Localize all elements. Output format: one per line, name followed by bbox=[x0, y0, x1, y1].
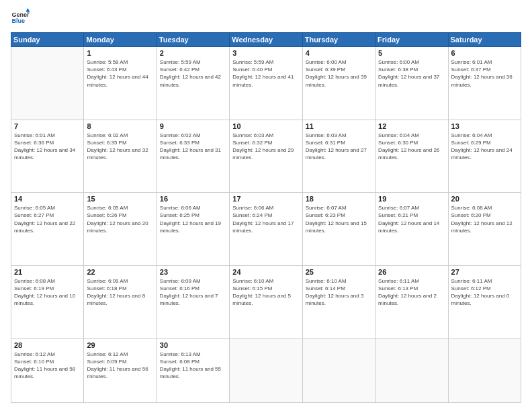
day-number: 9 bbox=[160, 122, 226, 130]
day-info: Sunrise: 6:05 AMSunset: 6:26 PMDaylight:… bbox=[87, 204, 153, 234]
day-info: Sunrise: 6:08 AMSunset: 6:19 PMDaylight:… bbox=[14, 277, 81, 308]
calendar-cell bbox=[11, 47, 84, 120]
day-info: Sunrise: 6:01 AMSunset: 6:36 PMDaylight:… bbox=[14, 132, 81, 162]
day-number: 18 bbox=[306, 195, 372, 203]
day-info: Sunrise: 6:09 AMSunset: 6:18 PMDaylight:… bbox=[87, 277, 153, 308]
day-info: Sunrise: 6:04 AMSunset: 6:29 PMDaylight:… bbox=[451, 132, 518, 162]
calendar-cell: 6Sunrise: 6:01 AMSunset: 6:37 PMDaylight… bbox=[448, 47, 521, 120]
day-number: 10 bbox=[232, 122, 299, 130]
weekday-header-thursday: Thursday bbox=[302, 33, 375, 47]
day-info: Sunrise: 6:09 AMSunset: 6:16 PMDaylight:… bbox=[160, 277, 226, 308]
calendar-cell: 23Sunrise: 6:09 AMSunset: 6:16 PMDayligh… bbox=[157, 265, 229, 338]
day-info: Sunrise: 6:00 AMSunset: 6:39 PMDaylight:… bbox=[306, 58, 372, 89]
day-info: Sunrise: 6:11 AMSunset: 6:12 PMDaylight:… bbox=[451, 277, 518, 308]
calendar-cell: 20Sunrise: 6:08 AMSunset: 6:20 PMDayligh… bbox=[448, 193, 521, 266]
day-number: 23 bbox=[160, 268, 226, 276]
day-info: Sunrise: 6:07 AMSunset: 6:23 PMDaylight:… bbox=[306, 204, 372, 234]
day-number: 30 bbox=[160, 341, 226, 349]
calendar-cell: 30Sunrise: 6:13 AMSunset: 6:08 PMDayligh… bbox=[157, 338, 229, 402]
calendar-cell: 2Sunrise: 5:59 AMSunset: 6:42 PMDaylight… bbox=[157, 47, 229, 120]
calendar-cell: 21Sunrise: 6:08 AMSunset: 6:19 PMDayligh… bbox=[11, 265, 84, 338]
calendar-cell: 14Sunrise: 6:05 AMSunset: 6:27 PMDayligh… bbox=[11, 193, 84, 266]
day-number: 27 bbox=[451, 268, 518, 276]
day-number: 24 bbox=[232, 268, 299, 276]
calendar-cell: 27Sunrise: 6:11 AMSunset: 6:12 PMDayligh… bbox=[448, 265, 521, 338]
calendar-table: SundayMondayTuesdayWednesdayThursdayFrid… bbox=[11, 32, 521, 403]
weekday-header-tuesday: Tuesday bbox=[157, 33, 229, 47]
day-number: 17 bbox=[232, 195, 299, 203]
weekday-header-sunday: Sunday bbox=[11, 33, 84, 47]
calendar-cell bbox=[375, 338, 448, 402]
calendar-cell: 3Sunrise: 5:59 AMSunset: 6:40 PMDaylight… bbox=[230, 47, 302, 120]
calendar-cell: 11Sunrise: 6:03 AMSunset: 6:31 PMDayligh… bbox=[302, 120, 375, 193]
day-info: Sunrise: 6:10 AMSunset: 6:14 PMDaylight:… bbox=[306, 277, 372, 308]
weekday-header-monday: Monday bbox=[84, 33, 157, 47]
day-info: Sunrise: 6:06 AMSunset: 6:25 PMDaylight:… bbox=[160, 204, 226, 234]
weekday-header-wednesday: Wednesday bbox=[230, 33, 302, 47]
calendar-cell: 18Sunrise: 6:07 AMSunset: 6:23 PMDayligh… bbox=[302, 193, 375, 266]
calendar-cell: 29Sunrise: 6:12 AMSunset: 6:09 PMDayligh… bbox=[84, 338, 157, 402]
day-number: 19 bbox=[378, 195, 445, 203]
day-info: Sunrise: 6:10 AMSunset: 6:15 PMDaylight:… bbox=[232, 277, 299, 308]
day-number: 28 bbox=[14, 341, 81, 349]
day-number: 26 bbox=[378, 268, 445, 276]
day-number: 21 bbox=[14, 268, 81, 276]
day-number: 6 bbox=[451, 49, 518, 57]
day-number: 8 bbox=[87, 122, 153, 130]
day-info: Sunrise: 6:06 AMSunset: 6:24 PMDaylight:… bbox=[232, 204, 299, 234]
calendar-cell: 5Sunrise: 6:00 AMSunset: 6:38 PMDaylight… bbox=[375, 47, 448, 120]
day-info: Sunrise: 6:11 AMSunset: 6:13 PMDaylight:… bbox=[378, 277, 445, 308]
calendar-cell: 7Sunrise: 6:01 AMSunset: 6:36 PMDaylight… bbox=[11, 120, 84, 193]
day-number: 25 bbox=[306, 268, 372, 276]
calendar-cell: 22Sunrise: 6:09 AMSunset: 6:18 PMDayligh… bbox=[84, 265, 157, 338]
weekday-header-friday: Friday bbox=[375, 33, 448, 47]
calendar-cell: 15Sunrise: 6:05 AMSunset: 6:26 PMDayligh… bbox=[84, 193, 157, 266]
day-number: 7 bbox=[14, 122, 81, 130]
day-number: 11 bbox=[306, 122, 372, 130]
day-number: 15 bbox=[87, 195, 153, 203]
calendar-cell: 25Sunrise: 6:10 AMSunset: 6:14 PMDayligh… bbox=[302, 265, 375, 338]
day-number: 22 bbox=[87, 268, 153, 276]
day-number: 1 bbox=[87, 49, 153, 57]
calendar-cell: 17Sunrise: 6:06 AMSunset: 6:24 PMDayligh… bbox=[230, 193, 302, 266]
calendar-cell bbox=[448, 338, 521, 402]
svg-text:Blue: Blue bbox=[11, 17, 25, 24]
calendar-cell: 28Sunrise: 6:12 AMSunset: 6:10 PMDayligh… bbox=[11, 338, 84, 402]
day-info: Sunrise: 6:12 AMSunset: 6:10 PMDaylight:… bbox=[14, 351, 81, 381]
day-info: Sunrise: 6:05 AMSunset: 6:27 PMDaylight:… bbox=[14, 204, 81, 234]
calendar-cell: 13Sunrise: 6:04 AMSunset: 6:29 PMDayligh… bbox=[448, 120, 521, 193]
calendar-cell: 9Sunrise: 6:02 AMSunset: 6:33 PMDaylight… bbox=[157, 120, 229, 193]
day-info: Sunrise: 6:02 AMSunset: 6:35 PMDaylight:… bbox=[87, 132, 153, 162]
day-info: Sunrise: 6:07 AMSunset: 6:21 PMDaylight:… bbox=[378, 204, 445, 234]
day-number: 5 bbox=[378, 49, 445, 57]
calendar-cell: 8Sunrise: 6:02 AMSunset: 6:35 PMDaylight… bbox=[84, 120, 157, 193]
day-number: 2 bbox=[160, 49, 226, 57]
day-number: 13 bbox=[451, 122, 518, 130]
day-info: Sunrise: 6:04 AMSunset: 6:30 PMDaylight:… bbox=[378, 132, 445, 162]
calendar-cell bbox=[230, 338, 302, 402]
calendar-cell: 4Sunrise: 6:00 AMSunset: 6:39 PMDaylight… bbox=[302, 47, 375, 120]
weekday-header-saturday: Saturday bbox=[448, 33, 521, 47]
logo: General Blue bbox=[11, 8, 30, 27]
day-info: Sunrise: 6:13 AMSunset: 6:08 PMDaylight:… bbox=[160, 351, 226, 381]
calendar-cell: 19Sunrise: 6:07 AMSunset: 6:21 PMDayligh… bbox=[375, 193, 448, 266]
day-number: 29 bbox=[87, 341, 153, 349]
page: General Blue SundayMondayTuesdayWednesda… bbox=[0, 0, 532, 411]
svg-text:General: General bbox=[11, 11, 30, 18]
header: General Blue bbox=[11, 8, 521, 27]
day-info: Sunrise: 6:08 AMSunset: 6:20 PMDaylight:… bbox=[451, 204, 518, 234]
calendar-cell: 16Sunrise: 6:06 AMSunset: 6:25 PMDayligh… bbox=[157, 193, 229, 266]
day-info: Sunrise: 6:03 AMSunset: 6:31 PMDaylight:… bbox=[306, 132, 372, 162]
day-number: 12 bbox=[378, 122, 445, 130]
calendar-cell: 12Sunrise: 6:04 AMSunset: 6:30 PMDayligh… bbox=[375, 120, 448, 193]
day-number: 16 bbox=[160, 195, 226, 203]
calendar-cell: 10Sunrise: 6:03 AMSunset: 6:32 PMDayligh… bbox=[230, 120, 302, 193]
calendar-cell: 1Sunrise: 5:58 AMSunset: 6:43 PMDaylight… bbox=[84, 47, 157, 120]
calendar-cell: 26Sunrise: 6:11 AMSunset: 6:13 PMDayligh… bbox=[375, 265, 448, 338]
day-info: Sunrise: 6:12 AMSunset: 6:09 PMDaylight:… bbox=[87, 351, 153, 381]
day-info: Sunrise: 6:01 AMSunset: 6:37 PMDaylight:… bbox=[451, 58, 518, 89]
day-info: Sunrise: 5:58 AMSunset: 6:43 PMDaylight:… bbox=[87, 58, 153, 89]
day-number: 20 bbox=[451, 195, 518, 203]
calendar-cell: 24Sunrise: 6:10 AMSunset: 6:15 PMDayligh… bbox=[230, 265, 302, 338]
calendar-cell bbox=[302, 338, 375, 402]
